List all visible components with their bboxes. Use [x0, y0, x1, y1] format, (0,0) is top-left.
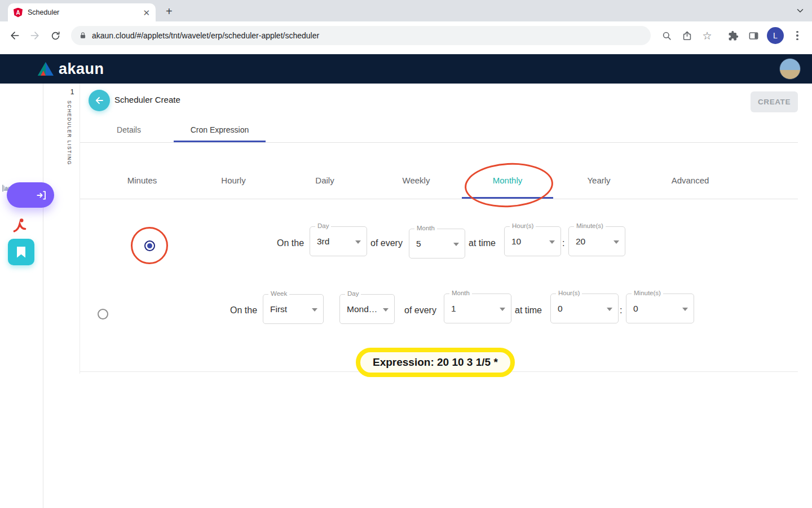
- option2-at-time-label: at time: [515, 305, 542, 316]
- minute-select-value: 20: [576, 237, 585, 247]
- create-button[interactable]: CREATE: [751, 91, 798, 112]
- subtabs-divider: [80, 199, 798, 199]
- subtab-daily[interactable]: Daily: [279, 163, 370, 199]
- minute-select-label: Minute(s): [632, 290, 663, 296]
- side-panel-icon[interactable]: [744, 27, 762, 45]
- option1-colon: :: [562, 238, 564, 248]
- forward-icon[interactable]: [26, 27, 44, 45]
- search-icon[interactable]: [657, 27, 676, 45]
- month-select-label: Month: [414, 225, 437, 231]
- option1-minute-select[interactable]: Minute(s) 20: [568, 226, 625, 256]
- option2-hour-select[interactable]: Hour(s) 0: [550, 294, 619, 323]
- url-text: akaun.cloud/#/applets/tnt/wavelet/erp/sc…: [92, 31, 319, 40]
- option2-radio[interactable]: [98, 309, 108, 319]
- cron-subtabs: Minutes Hourly Daily Weekly Monthly Year…: [96, 163, 736, 199]
- subtab-hourly[interactable]: Hourly: [188, 163, 279, 199]
- option2-colon: :: [620, 305, 622, 316]
- tab-search-chevron-icon[interactable]: [795, 6, 805, 16]
- option2-minute-select[interactable]: Minute(s) 0: [626, 294, 694, 323]
- tab-details[interactable]: Details: [96, 117, 161, 142]
- lock-icon: [79, 31, 87, 40]
- browser-tabstrip: A Scheduler ✕ +: [0, 0, 812, 21]
- chevron-down-icon: [607, 308, 612, 311]
- back-arrow-icon: [94, 95, 104, 106]
- subtab-yearly[interactable]: Yearly: [553, 163, 645, 199]
- option2-month-select[interactable]: Month 1: [444, 294, 511, 323]
- brand-text: akaun: [59, 60, 104, 78]
- day-select-label: Day: [315, 222, 331, 229]
- rail-label: SCHEDULER LISTING: [67, 100, 72, 165]
- cron-expression-text: Expression: 20 10 3 1/5 *: [356, 348, 515, 377]
- option1-on-the-label: On the: [277, 238, 304, 248]
- sidebar-item-red-applet[interactable]: [11, 217, 28, 234]
- option2-on-the-label: On the: [230, 305, 257, 316]
- option1-at-time-label: at time: [469, 238, 496, 248]
- chevron-down-icon: [682, 308, 688, 311]
- bookmark-star-icon[interactable]: ☆: [698, 27, 716, 45]
- option1-day-select[interactable]: Day 3rd: [310, 226, 367, 256]
- chevron-down-icon: [355, 240, 361, 244]
- new-tab-button[interactable]: +: [166, 5, 173, 18]
- angular-favicon-icon: A: [14, 8, 23, 17]
- rail-step-number: 1: [67, 88, 78, 96]
- week-select-value: First: [270, 304, 287, 314]
- broken-image-icon: [2, 185, 3, 192]
- login-arrow-icon: [36, 190, 47, 201]
- address-bar[interactable]: akaun.cloud/#/applets/tnt/wavelet/erp/sc…: [71, 26, 651, 45]
- minute-select-value: 0: [633, 304, 638, 314]
- hour-select-value: 10: [511, 237, 521, 247]
- app-header: akaun: [0, 54, 812, 84]
- day-select-label: Day: [345, 290, 361, 297]
- share-icon[interactable]: [678, 27, 696, 45]
- option2-of-every-label: of every: [404, 305, 436, 316]
- back-icon[interactable]: [6, 27, 24, 45]
- sidebar-item-scheduler-applet[interactable]: [8, 239, 34, 265]
- option2-week-select[interactable]: Week First: [263, 294, 324, 324]
- extensions-icon[interactable]: [724, 27, 742, 45]
- tab-title: Scheduler: [28, 8, 138, 16]
- week-select-label: Week: [268, 290, 289, 297]
- user-avatar[interactable]: [779, 58, 801, 80]
- main-content: Scheduler Create CREATE Details Cron Exp…: [80, 84, 798, 374]
- tabs-divider: [80, 142, 798, 143]
- browser-toolbar: akaun.cloud/#/applets/tnt/wavelet/erp/sc…: [0, 21, 812, 50]
- chevron-down-icon: [614, 240, 619, 244]
- browser-profile-avatar[interactable]: L: [767, 27, 784, 44]
- subtab-weekly[interactable]: Weekly: [370, 163, 462, 199]
- page-title: Scheduler Create: [114, 95, 180, 104]
- option1-of-every-label: of every: [370, 238, 403, 248]
- hour-select-value: 0: [558, 304, 563, 314]
- month-select-value: 5: [416, 239, 421, 249]
- detail-tabs: Details Cron Expression: [96, 117, 266, 142]
- bookmark-icon: [17, 247, 25, 258]
- menu-kebab-icon[interactable]: [788, 27, 806, 45]
- chevron-down-icon: [383, 308, 389, 312]
- tab-close-icon[interactable]: ✕: [143, 8, 150, 17]
- day-select-value: Mond…: [347, 304, 377, 314]
- sidebar: logo ⚙: [0, 84, 43, 508]
- scheduler-listing-rail[interactable]: 1 SCHEDULER LISTING: [67, 88, 78, 165]
- option1-hour-select[interactable]: Hour(s) 10: [504, 226, 561, 256]
- tab-cron-expression[interactable]: Cron Expression: [174, 117, 266, 142]
- chevron-down-icon: [549, 240, 555, 244]
- login-pill-button[interactable]: [7, 182, 54, 208]
- hour-select-label: Hour(s): [510, 222, 536, 229]
- month-select-label: Month: [449, 290, 472, 296]
- minute-select-label: Minute(s): [574, 222, 606, 229]
- hour-select-label: Hour(s): [556, 290, 582, 296]
- screen: A Scheduler ✕ + akaun.cloud/#/applets/tn…: [0, 0, 812, 508]
- month-select-value: 1: [451, 304, 456, 314]
- chevron-down-icon: [453, 243, 459, 246]
- option2-day-select[interactable]: Day Mond…: [339, 294, 395, 324]
- day-select-value: 3rd: [317, 237, 329, 247]
- browser-tab[interactable]: A Scheduler ✕: [8, 3, 156, 21]
- annotation-red-circle-radio: [131, 227, 168, 264]
- subtab-advanced[interactable]: Advanced: [645, 163, 736, 199]
- option1-month-select[interactable]: Month 5: [409, 229, 465, 259]
- subtab-minutes[interactable]: Minutes: [96, 163, 188, 199]
- chevron-down-icon: [312, 308, 317, 312]
- red-applet-icon: [11, 217, 28, 234]
- akaun-triangle-icon: [37, 62, 54, 76]
- back-button[interactable]: [89, 90, 110, 111]
- reload-icon[interactable]: [46, 27, 64, 45]
